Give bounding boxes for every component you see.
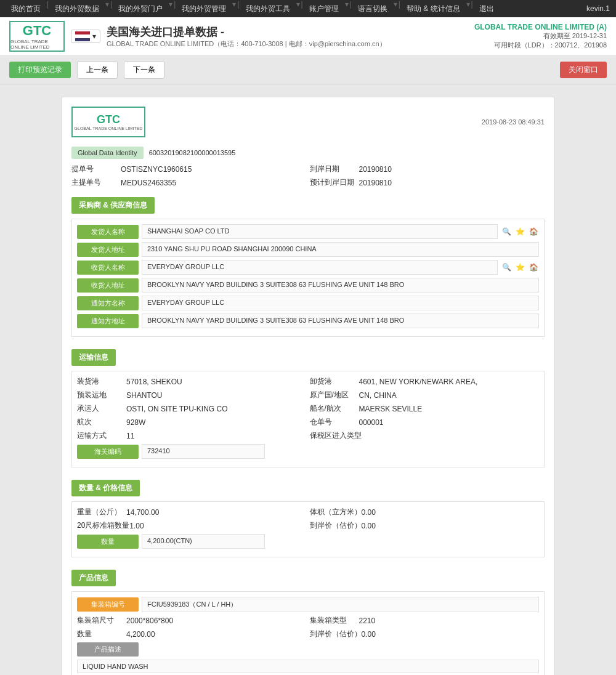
shipper-home-icon[interactable]: 🏠 xyxy=(528,226,539,237)
est-arrival-col: 预计到岸日期 20190810 xyxy=(310,177,545,188)
quantity-label: 数量 xyxy=(77,535,139,549)
customs-code-row: 海关编码 732410 xyxy=(77,444,539,459)
container-20-label: 20尺标准箱数量 xyxy=(77,520,129,531)
notify-address-value: BROOKLYN NAVY YARD BUILDING 3 SUITE308 6… xyxy=(142,313,539,328)
language-selector[interactable]: ▾ xyxy=(71,30,100,43)
page-subtitle: GLOBAL TRADE ONLINE LIMITED（电话：400-710-3… xyxy=(107,39,386,49)
notify-name-row: 通知方名称 EVERYDAY GROUP LLC xyxy=(77,296,539,310)
nav-home[interactable]: 我的首页 xyxy=(6,0,46,17)
container-type-label: 集装箱类型 xyxy=(310,615,359,626)
container-no-value: FCIU5939183（CN / L / HH） xyxy=(142,597,539,612)
loading-port-col: 装货港 57018, SHEKOU xyxy=(77,376,307,387)
product-qty-price-row: 数量 4,200.00 到岸价（估价） 0.00 xyxy=(77,629,539,639)
buyer-supplier-header: 采购商 & 供应商信息 xyxy=(71,197,155,214)
print-button[interactable]: 打印预览记录 xyxy=(9,62,71,78)
doc-logo-box: GTC GLOBAL TRADE ONLINE LIMITED xyxy=(71,107,145,137)
warehouse-value: 000001 xyxy=(359,418,384,427)
arrival-date-col: 到岸日期 20190810 xyxy=(310,164,545,174)
carrier-col: 承运人 OSTI, ON SITE TPU-KING CO xyxy=(77,403,307,414)
nav-portal[interactable]: 我的外贸门户 xyxy=(113,0,168,17)
logo-image: GTC GLOBAL TRADE ONLINE LIMITED xyxy=(9,21,65,52)
carrier-vessel-row: 承运人 OSTI, ON SITE TPU-KING CO 船名/航次 MAER… xyxy=(77,403,539,414)
document-container: GTC GLOBAL TRADE ONLINE LIMITED 2019-08-… xyxy=(62,97,554,675)
voyage-label: 航次 xyxy=(77,417,126,427)
shipper-name-label: 发货人名称 xyxy=(77,225,139,239)
shipper-name-value: SHANGHAI SOAP CO LTD xyxy=(142,224,498,239)
consignee-icons: 🔍 ⭐ 🏠 xyxy=(501,262,539,273)
product-price-label: 到岸价（估价） xyxy=(310,629,362,639)
arrival-price-value: 0.00 xyxy=(362,522,376,530)
carrier-value: OSTI, ON SITE TPU-KING CO xyxy=(126,405,227,413)
consignee-home-icon[interactable]: 🏠 xyxy=(528,262,539,273)
transport-mode-value: 11 xyxy=(126,432,134,440)
loading-port-label: 装货港 xyxy=(77,376,126,387)
document-inner: GTC GLOBAL TRADE ONLINE LIMITED 2019-08-… xyxy=(71,107,545,675)
customs-code-label: 海关编码 xyxy=(77,445,139,459)
arrival-date-value: 20190810 xyxy=(359,165,392,174)
ldr-info: 可用时段（LDR）：200712、201908 xyxy=(474,41,607,50)
origin-value: CN, CHINA xyxy=(359,391,397,400)
nav-logout[interactable]: 退出 xyxy=(474,0,499,17)
consignee-search-icon[interactable]: 🔍 xyxy=(501,262,512,273)
volume-value: 0.00 xyxy=(362,508,376,517)
arrival-price-col: 到岸价（估价） 0.00 xyxy=(310,520,540,531)
container-20-value: 1.00 xyxy=(129,522,144,530)
consignee-name-label: 收货人名称 xyxy=(77,261,139,275)
origin-label: 原产国/地区 xyxy=(310,390,359,400)
product-container: 集装箱编号 FCIU5939183（CN / L / HH） 集装箱尺寸 200… xyxy=(71,591,545,675)
bill-arrival-row: 提单号 OSTISZNYC1960615 到岸日期 20190810 xyxy=(71,164,545,174)
header-left: GTC GLOBAL TRADE ONLINE LIMITED ▾ 美国海关进口… xyxy=(9,21,386,52)
top-navigation: 我的首页 | 我的外贸数据 ▾ | 我的外贸门户 ▾ | 我的外贸管理 ▾ | … xyxy=(0,0,616,17)
transport-ftz-row: 运输方式 11 保税区进入类型 xyxy=(77,430,539,441)
nav-account[interactable]: 账户管理 xyxy=(304,0,344,17)
global-id-label: Global Data Identity xyxy=(71,147,144,159)
product-qty-value: 4,200.00 xyxy=(126,630,155,639)
nav-management[interactable]: 我的外贸管理 xyxy=(177,0,231,17)
quantity-container: 重量（公斤） 14,700.00 体积（立方米） 0.00 20尺标准箱数量 1… xyxy=(71,501,545,557)
shipper-search-icon[interactable]: 🔍 xyxy=(501,226,512,237)
nav-help[interactable]: 帮助 & 统计信息 xyxy=(402,0,465,17)
consignee-star-icon[interactable]: ⭐ xyxy=(514,262,525,273)
nav-language[interactable]: 语言切换 xyxy=(353,0,392,17)
prev-button[interactable]: 上一条 xyxy=(77,61,118,79)
quantity-value: 4,200.00(CTN) xyxy=(142,534,265,549)
container-size-type-row: 集装箱尺寸 2000*806*800 集装箱类型 2210 xyxy=(77,615,539,626)
volume-label: 体积（立方米） xyxy=(310,507,362,517)
unloading-port-label: 卸货港 xyxy=(310,376,359,387)
voyage-warehouse-row: 航次 928W 仓单号 000001 xyxy=(77,417,539,427)
product-desc-header-row: 产品描述 xyxy=(77,642,539,657)
shipper-star-icon[interactable]: ⭐ xyxy=(514,226,525,237)
container-price-row: 20尺标准箱数量 1.00 到岸价（估价） 0.00 xyxy=(77,520,539,531)
container-size-label: 集装箱尺寸 xyxy=(77,615,126,626)
weight-label: 重量（公斤） xyxy=(77,507,126,517)
container-type-value: 2210 xyxy=(359,616,376,625)
pre-dest-col: 预装运地 SHANTOU xyxy=(77,390,307,400)
vessel-col: 船名/航次 MAERSK SEVILLE xyxy=(310,403,540,414)
container-size-value: 2000*806*800 xyxy=(126,616,173,625)
next-button[interactable]: 下一条 xyxy=(124,61,164,79)
product-desc-label: 产品描述 xyxy=(77,642,139,657)
product-qty-label: 数量 xyxy=(77,629,126,639)
container-20-col: 20尺标准箱数量 1.00 xyxy=(77,520,307,531)
nav-tools[interactable]: 我的外贸工具 xyxy=(241,0,295,17)
quantity-row: 数量 4,200.00(CTN) xyxy=(77,534,539,549)
shipper-address-value: 2310 YANG SHU PU ROAD SHANGHAI 200090 CH… xyxy=(142,242,539,257)
volume-col: 体积（立方米） 0.00 xyxy=(310,507,540,517)
weight-value: 14,700.00 xyxy=(126,508,159,517)
global-id-value: 60032019082100000013595 xyxy=(147,147,238,159)
pre-dest-value: SHANTOU xyxy=(126,391,162,400)
loading-port-value: 57018, SHEKOU xyxy=(126,378,182,386)
consignee-name-row: 收货人名称 EVERYDAY GROUP LLC 🔍 ⭐ 🏠 xyxy=(77,260,539,275)
close-button[interactable]: 关闭窗口 xyxy=(560,62,607,78)
doc-header: GTC GLOBAL TRADE ONLINE LIMITED 2019-08-… xyxy=(71,107,545,137)
origin-col: 原产国/地区 CN, CHINA xyxy=(310,390,540,400)
top-toolbar: 打印预览记录 上一条 下一条 关闭窗口 xyxy=(0,56,616,84)
ftz-label: 保税区进入类型 xyxy=(310,430,362,441)
container-size-col: 集装箱尺寸 2000*806*800 xyxy=(77,615,307,626)
user-info: kevin.1 xyxy=(586,4,610,13)
bill-no-value: OSTISZNYC1960615 xyxy=(121,165,192,174)
us-flag-icon xyxy=(75,31,90,41)
product-qty-col: 数量 4,200.00 xyxy=(77,629,307,639)
nav-trade-data[interactable]: 我的外贸数据 xyxy=(50,0,104,17)
doc-datetime: 2019-08-23 08:49:31 xyxy=(482,118,545,126)
